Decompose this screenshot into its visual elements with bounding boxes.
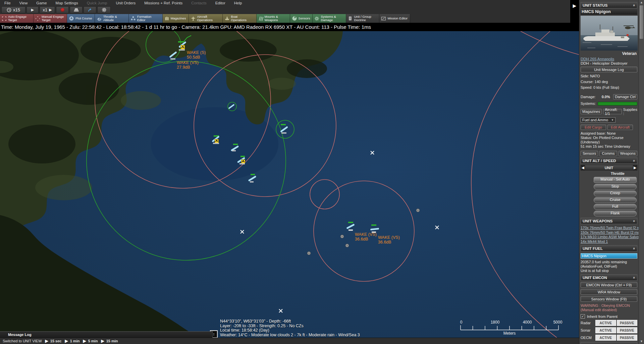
radar-active-button[interactable]: ACTIVE: [595, 320, 616, 326]
formation-editor-button[interactable]: Formation Editor: [129, 14, 163, 23]
emcon-window-button[interactable]: EMCON Window (Ctrl + F9): [581, 282, 637, 288]
weapon-link[interactable]: 17x Mk10 Limbo ASW Mortar Salvo [3 rnds]: [581, 235, 637, 239]
time-step-5min[interactable]: ▶ 5 min: [83, 339, 98, 343]
play-icon: ▶: [45, 339, 48, 343]
unit-status-text: Status: On Plotted Course (Underway): [581, 136, 637, 144]
menu-file[interactable]: File: [0, 1, 15, 5]
oecm-active-button[interactable]: ACTIVE: [595, 335, 616, 341]
wra-window-button[interactable]: WRA Window: [581, 289, 637, 295]
doctrine-header[interactable]: DOCTRINE «: [581, 342, 637, 344]
play-button[interactable]: ▶: [26, 6, 39, 13]
menu-editor[interactable]: Editor: [211, 1, 230, 5]
tactical-map[interactable]: WAKE (S) 50.5dB WAKE (VS) 27.9dB WAKE (V…: [0, 31, 579, 338]
step-button[interactable]: x1 ▶: [40, 6, 55, 13]
sonar-passive-button[interactable]: PASSIVE: [617, 327, 637, 333]
scroll-down-icon[interactable]: ▼: [639, 340, 644, 343]
menu-game[interactable]: Game: [32, 1, 51, 5]
magazines-button[interactable]: Magazines: [163, 14, 189, 23]
magazines-sidebar-button[interactable]: Magazines: [581, 109, 602, 114]
collapse-icon[interactable]: «: [632, 220, 636, 222]
unit-alt-speed-header[interactable]: UNIT ALT / SPEED «: [581, 157, 637, 164]
weapon-link[interactable]: 170x 76mm/50 Twin Frag Burst [2 rnds]: [581, 226, 637, 230]
menu-help[interactable]: Help: [230, 1, 247, 5]
supplies-dropdown[interactable]: Fuel and Ammo ▼: [581, 117, 615, 123]
collapse-icon[interactable]: «: [632, 247, 636, 249]
unit-photo: [581, 16, 638, 51]
unit-weapons-header[interactable]: UNIT WEAPONS «: [581, 218, 637, 224]
sensors-window-button[interactable]: Sensors Window (F9): [581, 296, 637, 302]
message-log-bar[interactable]: Message Log: [0, 331, 213, 338]
oecm-passive-button[interactable]: PASSIVE: [617, 335, 637, 341]
boat-operations-button[interactable]: Boat Operations: [223, 14, 257, 23]
fuel-selected-unit[interactable]: HMCS Nipigon: [581, 253, 637, 259]
unit-course: Course: 140 deg: [581, 80, 637, 84]
unit-group-doctrine-button[interactable]: Unit / Group Doctrine: [346, 14, 379, 23]
throttle-stop-button[interactable]: Stop: [594, 184, 637, 190]
sensors-panel-button[interactable]: Sensors: [581, 151, 598, 156]
throttle-full-button[interactable]: Full: [594, 204, 637, 210]
auto-engage-target-button[interactable]: Auto Engage Target: [0, 14, 34, 23]
throttle-manual-auto-button[interactable]: Manual - Set Auto: [594, 177, 637, 183]
aircraft-operations-button[interactable]: Aircraft Operations: [189, 14, 223, 23]
contact-label: WAKE (VS): [378, 235, 400, 240]
plot-course-button[interactable]: Plot Course: [67, 14, 95, 23]
edit-aircraft-button[interactable]: Edit Aircraft: [607, 125, 633, 130]
collapse-icon[interactable]: «: [632, 276, 636, 278]
sonar-active-button[interactable]: ACTIVE: [595, 327, 616, 333]
time-step-1min[interactable]: ▶ 1 min: [65, 339, 79, 343]
weapon-link[interactable]: 150x 76mm/50 Twin HE Burst [2 rnds]: [581, 230, 637, 235]
edit-cargo-button[interactable]: Edit Cargo: [581, 125, 606, 130]
sensors-button[interactable]: Sensors: [290, 14, 313, 23]
jump-button[interactable]: [84, 6, 96, 13]
damage-ctrl-button[interactable]: Damage Ctrl: [613, 94, 637, 99]
settings-button[interactable]: [97, 6, 111, 13]
menu-map-settings[interactable]: Map Settings: [51, 1, 83, 5]
menu-view[interactable]: View: [15, 1, 32, 5]
weapon-link[interactable]: 14x Mk44 Mod 1: [581, 239, 637, 244]
menu-missions-ref-points[interactable]: Missions + Ref. Points: [140, 1, 187, 5]
unit-message-log-button[interactable]: Unit Message Log: [581, 67, 637, 72]
record-button[interactable]: [56, 6, 69, 13]
systems-damage-button[interactable]: Systems & Damage: [313, 14, 346, 23]
sidebar-expand-icon[interactable]: ▶: [573, 3, 577, 8]
menu-unit-orders[interactable]: Unit Orders: [111, 1, 140, 5]
ribbon-label: Sensors: [299, 17, 310, 20]
chevron-down-icon: ▼: [611, 119, 614, 122]
time-compression-button[interactable]: x15: [1, 6, 25, 13]
scroll-up-icon[interactable]: ▲: [639, 1, 644, 4]
throttle-creep-button[interactable]: Creep: [594, 191, 637, 196]
time-step-15min[interactable]: ▶ 15 min: [101, 339, 118, 343]
inherit-from-parent-checkbox[interactable]: ✓ Inherit from Parent: [581, 314, 637, 319]
throttle-flank-button[interactable]: Flank: [594, 211, 637, 216]
emcon-warning-line2: (Manual edit disabled): [581, 308, 637, 312]
throttle-altitude-button[interactable]: Throttle & Altitude: [95, 14, 129, 23]
status-bar-gray: [250, 181, 254, 183]
3d-view-button[interactable]: [70, 6, 83, 13]
weapons-panel-button[interactable]: Weapons: [619, 151, 637, 156]
status-bar-gray: [348, 229, 353, 231]
throttle-cruise-button[interactable]: Cruise: [594, 197, 637, 203]
aircraft-count-button[interactable]: Aircraft: 1/1: [603, 109, 622, 114]
collapse-icon[interactable]: «: [632, 4, 636, 6]
next-unit-icon[interactable]: ▶: [633, 165, 637, 170]
unit-emcon-header[interactable]: UNIT EMCON «: [581, 274, 637, 281]
sidebar-scrollbar[interactable]: ▲ ▼: [639, 0, 644, 344]
radar-passive-button[interactable]: PASSIVE: [617, 320, 637, 326]
comms-panel-button[interactable]: Comms: [599, 151, 617, 156]
map-canvas[interactable]: WAKE (S) 50.5dB WAKE (VS) 27.9dB WAKE (V…: [0, 31, 579, 338]
prev-unit-icon[interactable]: ◀: [581, 165, 585, 170]
mine-icon: [307, 252, 311, 255]
unit-class-link[interactable]: DDH 265 Annapolis: [581, 57, 637, 61]
supplies-label: Supplies :: [623, 108, 637, 116]
unit-fuel-header[interactable]: UNIT FUEL «: [581, 245, 637, 252]
mission-editor-button[interactable]: Mission Editor: [379, 14, 410, 23]
collapse-icon[interactable]: «: [632, 159, 636, 161]
scrollbar-thumb[interactable]: [640, 5, 643, 39]
damage-value: 0.0%: [602, 95, 612, 99]
mounts-weapons-button[interactable]: Mounts & Weapons: [257, 14, 290, 23]
unit-status-header[interactable]: UNIT STATUS «: [581, 2, 637, 8]
manual-engage-target-button[interactable]: Manual Engage Target: [34, 14, 67, 23]
time-step-15sec[interactable]: ▶ 15 sec: [45, 339, 62, 343]
time-compression-value: x15: [13, 7, 20, 12]
panel-title: UNIT STATUS: [583, 3, 607, 7]
